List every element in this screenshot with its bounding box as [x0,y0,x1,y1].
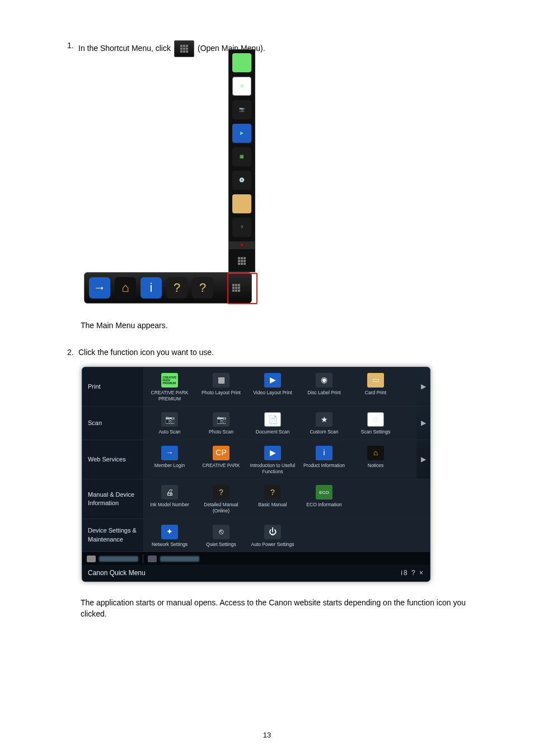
function-caption: ECO Information [306,502,341,508]
auto-scan-icon: 📷 [161,412,178,427]
shortcut-popup: CREATIVEPARKPREMIUM ⎙ 📷 ▶ ▦ 💿 ? ▼ [228,49,255,272]
function-disc-label[interactable]: ◉Disc Label Print [298,367,350,406]
function-ink-model[interactable]: 🖨Ink Model Number [144,479,195,518]
function-photo-scan[interactable]: 📷Photo Scan [195,407,247,440]
function-caption: Video Layout Print [253,390,292,396]
function-quiet-settings[interactable]: ⎋Quiet Settings [195,519,247,552]
main-menu-device-bar [82,553,430,565]
main-menu-row: Scan📷Auto Scan📷Photo Scan📄Document Scan★… [82,407,430,440]
function-caption: Custom Scan [310,429,338,435]
row-next-arrow[interactable]: ▶ [416,367,430,406]
step-1-text-a: In the Shortcut Menu, click [78,43,171,54]
row-items: 🖨Ink Model Number?Detailed Manual (Onlin… [144,479,430,518]
popup-item-card-print[interactable] [232,194,251,213]
function-detailed-manual[interactable]: ?Detailed Manual (Online) [195,479,247,518]
row-items: CREATIVEPARKPREMIUMCREATIVE PARK PREMIUM… [144,367,416,406]
basic-manual-icon: ? [264,485,281,500]
page-number: 13 [0,731,534,739]
step-2-text: Click the function icon you want to use. [78,348,214,357]
device-2[interactable] [148,556,199,562]
popup-item-photo-layout[interactable]: ▦ [232,147,251,166]
popup-item-basic-manual[interactable]: ? [232,218,251,237]
popup-scroll-down[interactable]: ▼ [229,241,255,249]
row-items: 📷Auto Scan📷Photo Scan📄Document Scan★Cust… [144,407,416,440]
shortcut-bar: → ⌂ i ? ? [84,272,252,304]
shortcut-member-login-icon[interactable]: → [89,277,110,298]
popup-item-auto-scan[interactable]: 📷 [232,100,251,119]
function-caption: Basic Manual [258,502,287,508]
function-member-login[interactable]: →Member Login [144,440,195,479]
popup-item-creative-park-premium[interactable]: CREATIVEPARKPREMIUM [232,53,251,72]
step-2-number: 2. [67,347,78,358]
main-menu-window-controls[interactable]: i8 ? × [401,568,424,578]
step-1-number: 1. [67,40,78,52]
function-caption: CREATIVE PARK [203,463,240,469]
network-settings-icon: ✦ [161,525,178,539]
row-label: Scan [82,407,144,440]
function-caption: Notices [368,463,383,469]
printer-icon [87,556,96,562]
function-caption: Member Login [154,463,185,469]
function-card-print[interactable]: ▭Card Print [350,367,401,406]
notices-icon: ⌂ [367,446,384,460]
popup-main-menu-toggle[interactable] [232,254,251,268]
main-menu-title: Canon Quick Menu [88,568,146,578]
function-caption: Ink Model Number [150,502,189,508]
function-caption: Auto Power Settings [251,542,294,548]
eco-info-icon: ECO [316,485,332,500]
function-caption: Product Information [303,463,345,469]
shortcut-notices-icon[interactable]: ⌂ [115,277,136,298]
auto-power-icon: ⏻ [264,525,281,539]
function-document-scan[interactable]: 📄Document Scan [247,407,298,440]
function-caption: Card Print [365,390,386,396]
main-menu-row: Manual & Device Information🖨Ink Model Nu… [82,479,430,519]
function-product-info[interactable]: iProduct Information [298,440,350,479]
function-caption: CREATIVE PARK PREMIUM [146,390,193,402]
function-eco-info[interactable]: ECOECO Information [298,479,350,518]
open-main-menu-icon [174,40,194,57]
row-label: Device Settings & Maintenance [82,519,144,552]
device-2-name [160,556,199,562]
function-video-layout[interactable]: ▶Video Layout Print [247,367,298,406]
function-caption: Network Settings [152,542,188,548]
function-caption: Auto Scan [158,429,180,435]
shortcut-product-info-icon[interactable]: i [140,277,162,298]
function-notices[interactable]: ⌂Notices [350,440,401,479]
figure-main-menu: PrintCREATIVEPARKPREMIUMCREATIVE PARK PR… [82,367,430,582]
detailed-manual-icon: ? [213,485,229,500]
function-caption: Detailed Manual (Online) [198,502,245,514]
step-2: 2. Click the function icon you want to u… [67,347,484,358]
shortcut-open-main-menu[interactable] [226,277,247,298]
member-login-icon: → [161,446,178,460]
function-intro-functions[interactable]: ▶Introduction to Useful Functions [247,440,298,479]
function-auto-scan[interactable]: 📷Auto Scan [144,407,195,440]
function-creative-park-web[interactable]: CPCREATIVE PARK [195,440,247,479]
figure-shortcut-menu: CREATIVEPARKPREMIUM ⎙ 📷 ▶ ▦ 💿 ? ▼ → ⌂ i … [84,68,274,304]
quiet-settings-icon: ⎋ [213,525,229,539]
row-label: Manual & Device Information [82,479,144,518]
function-scan-settings[interactable]: ⚙Scan Settings [350,407,401,440]
row-next-arrow[interactable]: ▶ [416,440,430,479]
device-1[interactable] [87,556,138,562]
function-caption: Quiet Settings [206,542,236,548]
shortcut-detailed-manual-icon[interactable]: ? [166,277,188,298]
custom-scan-icon: ★ [316,412,332,427]
row-items: ✦Network Settings⎋Quiet Settings⏻Auto Po… [144,519,430,552]
grid-icon [180,45,188,53]
photo-scan-icon: 📷 [213,412,229,427]
shortcut-basic-manual-icon[interactable]: ? [192,277,213,298]
function-creative-park[interactable]: CREATIVEPARKPREMIUMCREATIVE PARK PREMIUM [144,367,195,406]
popup-item-scan-settings[interactable]: ⎙ [232,77,251,96]
function-custom-scan[interactable]: ★Custom Scan [298,407,350,440]
function-photo-layout[interactable]: ▦Photo Layout Print [195,367,247,406]
function-auto-power[interactable]: ⏻Auto Power Settings [247,519,298,552]
popup-item-video-layout[interactable]: ▶ [232,124,251,143]
function-caption: Disc Label Print [307,390,341,396]
step-1: 1. In the Shortcut Menu, click (Open Mai… [67,40,484,57]
document-scan-icon: 📄 [264,412,281,427]
popup-item-disc-label[interactable]: 💿 [232,171,251,190]
function-network-settings[interactable]: ✦Network Settings [144,519,195,552]
row-next-arrow[interactable]: ▶ [416,407,430,440]
intro-functions-icon: ▶ [264,446,281,460]
function-basic-manual[interactable]: ?Basic Manual [247,479,298,518]
